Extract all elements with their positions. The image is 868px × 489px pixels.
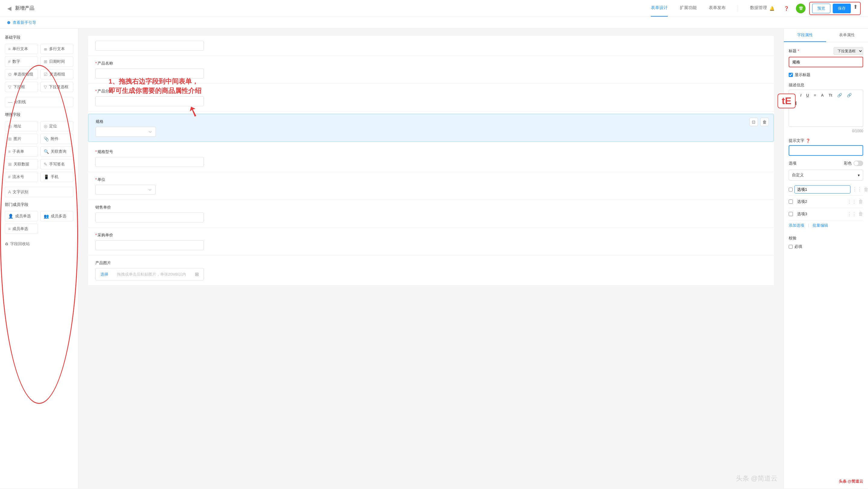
option3-drag: ⋮⋮ [847,211,857,217]
spec-model-label: 规格型号 [95,149,767,154]
field-number[interactable]: # 数字 [5,56,38,67]
spec-delete-btn[interactable]: 🗑 [760,118,769,126]
desc-size[interactable]: Tt [827,92,833,98]
field-member-multi[interactable]: 👥 成员多选 [40,211,73,221]
desc-image[interactable]: 🖼 [792,100,798,106]
help-icon[interactable]: ❓ [781,4,791,13]
field-signature-label: 手写签名 [49,162,65,167]
option2-delete[interactable]: 🗑 [858,199,863,204]
single-text-icon: ≡ [8,47,10,51]
nav-extend[interactable]: 扩展功能 [680,5,697,12]
field-datetime-label: 日期时间 [49,59,65,64]
field-attachment[interactable]: 📎 附件 [40,134,73,144]
notification-icon[interactable]: 🔔 [767,4,777,13]
field-ocr[interactable]: A 文字识别 [5,187,73,197]
unit-select[interactable] [95,185,156,195]
field-multi-text[interactable]: ≣ 多行文本 [40,44,73,54]
title-input[interactable]: 规格 [789,57,863,67]
spec-model-input[interactable] [95,157,204,167]
hint-input[interactable] [789,146,863,155]
purchase-price-input[interactable] [95,240,204,250]
nav-form-design[interactable]: 表单设计 [651,5,668,12]
product-name-input[interactable] [95,68,204,79]
form-row-product-name: 产品名称 [88,56,774,84]
desc-color[interactable]: A [820,92,825,98]
field-member-single-label: 成员单选 [15,213,31,219]
field-datetime[interactable]: ⊞ 日期时间 [40,56,73,67]
toggle-knob [854,161,858,165]
batch-edit-btn[interactable]: 批量编辑 [812,223,828,228]
desc-link2[interactable]: 🔗 [846,92,853,98]
options-type-dropdown[interactable]: 自定义 ▾ [789,170,863,180]
field-radio[interactable]: ⊙ 单选按钮组 [5,69,38,79]
recycle-bin[interactable]: ♻ 字段回收站 [5,239,73,249]
spec-copy-btn[interactable]: ⊡ [749,118,758,126]
save-button[interactable]: 保存 [833,4,851,13]
desc-underline[interactable]: U [805,92,810,98]
preview-button[interactable]: 预览 [812,4,830,13]
field-location[interactable]: ◎ 定位 [40,121,73,131]
tab-field-props[interactable]: 字段属性 [784,29,826,42]
desc-label: 描述信息 [789,82,863,88]
serial-icon: # [8,174,10,179]
guide-link[interactable]: 查看新手引导 [13,20,36,25]
top-input[interactable] [95,41,204,51]
ocr-icon: A [8,190,11,194]
required-checkbox[interactable] [789,245,793,249]
user-avatar[interactable]: 管 [796,4,806,13]
image-grid-icon: ⊞ [195,271,199,277]
field-dropdown[interactable]: ▽ 下拉框 [5,82,38,92]
option1-checkbox[interactable] [789,188,793,192]
form-area: 1、拖拽右边字段到中间表单， 即可生成你需要的商品属性介绍 ➘ 产品名称 产品分… [79,29,783,488]
add-option-btn[interactable]: 添加选项 [789,223,804,228]
option3-checkbox[interactable] [789,212,793,216]
form-row-unit: 单位 [88,172,774,200]
image-upload-area[interactable]: 选择 拖拽或单击后粘贴图片，单张20MB以内 ⊞ [95,268,204,281]
back-button[interactable]: ◀ [7,5,11,12]
field-divider[interactable]: — 分割线 [5,97,73,107]
option1-delete[interactable]: 🗑 [864,187,868,192]
field-radio-label: 单选按钮组 [13,71,33,77]
nav-data[interactable]: 数据管理 [750,5,767,12]
option2-checkbox[interactable] [789,200,793,204]
field-signature[interactable]: ✎ 手写签名 [40,159,73,169]
tab-form-props[interactable]: 表单属性 [826,29,868,42]
option1-input[interactable]: 选项1 [795,185,850,194]
image-select-btn[interactable]: 选择 [100,272,108,277]
field-address[interactable]: ◎ 地址 [5,121,38,131]
share-icon[interactable]: ⬆ [853,4,858,13]
field-multi-dropdown[interactable]: ▽ 下拉复选框 [40,82,73,92]
option3-delete[interactable]: 🗑 [858,211,863,217]
toggle-switch[interactable] [854,161,863,166]
field-phone[interactable]: 📱 手机 [40,172,73,182]
header: ◀ 新增产品 表单设计 扩展功能 表单发布 数据管理 🔔 ❓ 管 预览 保存 ⬆ [0,0,868,17]
desc-italic[interactable]: I [799,92,803,98]
field-single-text[interactable]: ≡ 单行文本 [5,44,38,54]
field-member-single2[interactable]: ≡ 成员单选 [5,224,38,234]
desc-link1[interactable]: 🔗 [836,92,843,98]
required-label: 必填 [795,244,802,249]
show-title-checkbox[interactable] [789,73,793,77]
desc-align[interactable]: ≡ [812,92,817,98]
sale-price-input[interactable] [95,212,204,223]
field-assoc-query[interactable]: 🔍 关联查询 [40,146,73,157]
field-image[interactable]: ⊞ 图片 [5,134,38,144]
desc-textarea[interactable] [789,109,863,127]
desc-bold[interactable]: B [792,92,797,98]
field-member-multi-label: 成员多选 [51,213,66,219]
spec-select[interactable] [96,127,156,137]
field-checkbox-group[interactable]: ☑ 复选框组 [40,69,73,79]
field-member-single[interactable]: 👤 成员单选 [5,211,38,221]
hint-help-icon[interactable]: ❓ [806,139,810,143]
field-serial[interactable]: # 流水号 [5,172,38,182]
title-type-select[interactable]: 下拉复选框 [834,47,863,55]
field-subtable[interactable]: ≡ 子表单 [5,146,38,157]
field-assoc-data-label: 关联数据 [13,162,29,167]
guide-dot [7,21,10,24]
product-category-input[interactable] [95,96,204,106]
options-type-value: 自定义 [792,172,804,178]
dept-fields-grid: 👤 成员单选 👥 成员多选 ≡ 成员单选 [5,211,73,234]
nav-publish[interactable]: 表单发布 [709,5,726,12]
field-assoc-data[interactable]: ⊞ 关联数据 [5,159,38,169]
form-row-sale-price: 销售单价 [88,200,774,228]
